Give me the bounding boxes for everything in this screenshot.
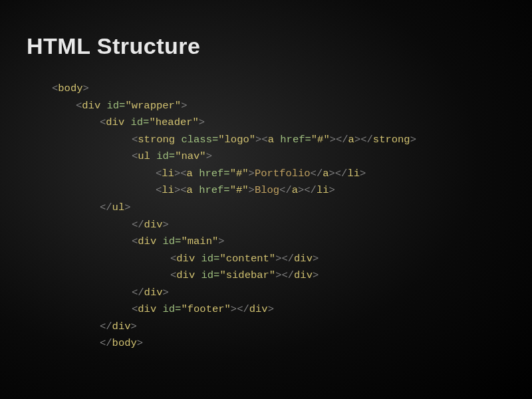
code-line: </ul> — [52, 200, 505, 217]
code-line: <div id="sidebar"></div> — [52, 267, 505, 285]
code-line: <strong class="logo"><a href="#"></a></s… — [52, 132, 505, 149]
code-line: <div id="content"></div> — [52, 251, 505, 268]
code-block: <body> <div id="wrapper"> <div id="heade… — [27, 80, 505, 352]
code-line: <ul id="nav"> — [52, 148, 505, 166]
code-line: <div id="footer"></div> — [52, 301, 505, 319]
code-line: </body> — [52, 335, 505, 352]
code-line: </div> — [52, 217, 505, 234]
code-line: <li><a href="#">Portfolio</a></li> — [52, 166, 505, 183]
code-line: <div id="main"> — [52, 233, 505, 251]
slide-container: HTML Structure <body> <div id="wrapper">… — [0, 0, 532, 379]
code-line: <div id="header"> — [52, 114, 505, 132]
code-line: <li><a href="#">Blog</a></li> — [52, 182, 505, 200]
code-line: <body> — [52, 80, 505, 98]
slide-title: HTML Structure — [27, 33, 505, 59]
code-line: <div id="wrapper"> — [52, 98, 505, 115]
code-line: </div> — [52, 319, 505, 336]
code-line: </div> — [52, 285, 505, 302]
